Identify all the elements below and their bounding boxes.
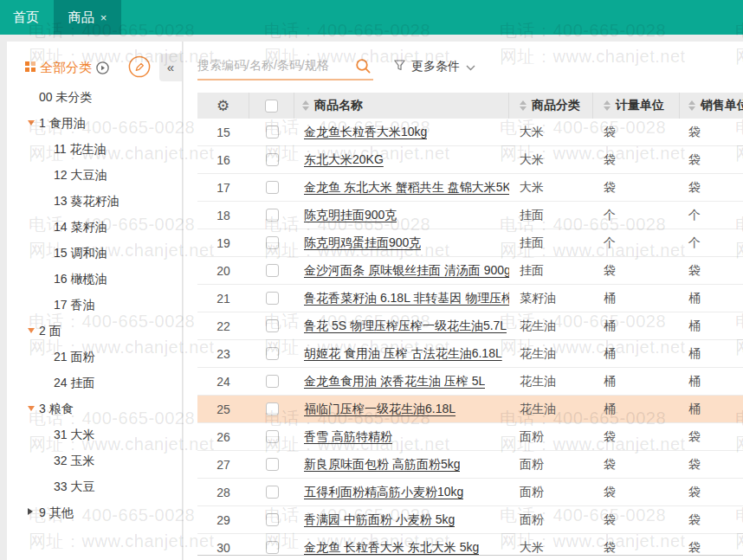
row-checkbox[interactable] — [266, 236, 279, 249]
sidebar-category-label: 14 菜籽油 — [54, 220, 107, 234]
row-checkbox[interactable] — [266, 292, 279, 305]
sidebar-category-label: 1 食用油 — [39, 116, 86, 130]
sidebar-category-item[interactable]: 1 食用油 — [7, 110, 182, 136]
product-name-link[interactable]: 金龙鱼 长粒香大米 东北大米 5kg — [304, 540, 479, 556]
sidebar-category-item[interactable]: 33 大豆 — [7, 473, 182, 499]
sidebar-category-item[interactable]: 32 玉米 — [7, 447, 182, 473]
select-all-cell — [249, 93, 294, 119]
sidebar-category-item[interactable]: 14 菜籽油 — [7, 214, 182, 240]
product-name-link[interactable]: 陈克明挂面900克 — [304, 208, 397, 223]
tree-expander-icon[interactable] — [28, 328, 35, 333]
sidebar-category-item[interactable]: 9 其他 — [7, 499, 182, 525]
sidebar-category-item[interactable]: 11 花生油 — [7, 136, 182, 162]
category-tree: 00 未分类 1 食用油 11 花生油 12 大豆油 13 葵花籽油 14 菜籽… — [7, 84, 182, 525]
row-checkbox[interactable] — [266, 264, 279, 277]
product-name-link[interactable]: 香雪 高筋特精粉 — [304, 429, 392, 445]
sidebar-category-item[interactable]: 13 葵花籽油 — [7, 188, 182, 214]
product-sale-unit: 个 — [680, 202, 743, 229]
tree-expander-icon[interactable] — [28, 508, 33, 515]
more-filters-button[interactable]: 更多条件 — [394, 53, 475, 80]
product-sale-unit: 袋 — [680, 146, 743, 173]
sidebar-category-item[interactable]: 24 挂面 — [7, 370, 182, 396]
edit-category-button[interactable] — [128, 55, 151, 78]
header-product-category[interactable]: 商品分类 — [509, 93, 593, 119]
product-name-link[interactable]: 鲁花 5S 物理压榨压榨一级花生油5.7L — [304, 319, 507, 334]
row-checkbox[interactable] — [266, 458, 279, 471]
product-category: 花生油 — [509, 312, 593, 339]
row-checkbox-cell — [249, 396, 294, 422]
row-checkbox[interactable] — [266, 347, 279, 360]
sidebar-category-item[interactable]: 31 大米 — [7, 422, 182, 447]
horizontal-scroll-track[interactable] — [197, 555, 743, 560]
row-checkbox[interactable] — [266, 513, 279, 526]
search-icon[interactable] — [355, 58, 372, 78]
row-checkbox[interactable] — [266, 375, 279, 388]
tree-expander-icon[interactable] — [28, 120, 35, 126]
sidebar-category-item[interactable]: 00 未分类 — [7, 84, 182, 110]
product-unit: 桶 — [593, 340, 680, 367]
sidebar-category-item[interactable]: 16 橄榄油 — [7, 266, 182, 292]
sidebar-category-label: 17 香油 — [54, 298, 94, 312]
table-row: 27 新良原味面包粉 高筋面粉5kg 面粉 袋 袋 — [197, 451, 743, 479]
product-unit: 桶 — [593, 312, 680, 339]
product-name-link[interactable]: 福临门压榨一级花生油6.18L — [304, 402, 455, 417]
collapse-sidebar-button[interactable]: « — [159, 54, 182, 81]
sidebar-category-item[interactable]: 21 面粉 — [7, 344, 182, 370]
row-checkbox[interactable] — [266, 153, 279, 166]
tree-expander-icon[interactable] — [28, 406, 35, 411]
product-name-link[interactable]: 金龙鱼食用油 浓香花生油 压榨 5L — [304, 374, 485, 389]
product-name-link[interactable]: 金沙河面条 原味银丝挂面 清汤面 900g — [304, 263, 509, 279]
tab-home[interactable]: 首页 — [13, 0, 39, 35]
row-checkbox[interactable] — [266, 319, 279, 332]
search-input[interactable] — [197, 53, 350, 77]
table-row: 18 陈克明挂面900克 挂面 个 个 — [197, 202, 743, 229]
sidebar-category-label: 33 大豆 — [54, 480, 94, 493]
table-row: 26 香雪 高筋特精粉 面粉 袋 袋 — [197, 423, 743, 451]
row-checkbox[interactable] — [266, 541, 279, 554]
row-checkbox-cell — [249, 146, 294, 173]
header-unit[interactable]: 计量单位 — [593, 93, 680, 119]
gear-icon[interactable]: ⚙ — [216, 99, 229, 113]
row-checkbox[interactable] — [266, 430, 279, 443]
product-name-link[interactable]: 金龙鱼长粒香大米10kg — [304, 125, 427, 140]
product-category: 面粉 — [509, 451, 593, 478]
tab-products[interactable]: 商品 × — [54, 0, 121, 35]
table-row: 17 金龙鱼 东北大米 蟹稻共生 盘锦大米5KG 大米 袋 袋 — [197, 174, 743, 202]
row-checkbox-cell — [249, 119, 294, 145]
product-unit: 个 — [593, 202, 680, 229]
sidebar-category-item[interactable]: 12 大豆油 — [7, 162, 182, 188]
sidebar-category-item[interactable]: 15 调和油 — [7, 240, 182, 266]
row-checkbox[interactable] — [266, 209, 279, 222]
product-name-link[interactable]: 东北大米20KG — [304, 152, 384, 168]
row-checkbox[interactable] — [266, 402, 279, 415]
sidebar-category-item[interactable]: 17 香油 — [7, 292, 182, 318]
row-checkbox[interactable] — [266, 126, 279, 138]
row-checkbox-cell — [249, 229, 294, 256]
table-row: 19 陈克明鸡蛋挂面900克 挂面 个 个 — [197, 229, 743, 257]
product-name-link[interactable]: 鲁花香菜籽油 6.18L 非转基因 物理压榨 — [304, 291, 509, 306]
product-category: 花生油 — [509, 340, 593, 367]
product-name-link[interactable]: 香满园 中筋面粉 小麦粉 5kg — [304, 512, 455, 528]
product-name-link[interactable]: 新良原味面包粉 高筋面粉5kg — [304, 457, 460, 473]
product-sale-unit: 袋 — [680, 423, 743, 450]
product-name-link[interactable]: 五得利面粉精高筋小麦粉10kg — [304, 485, 463, 500]
header-product-name[interactable]: 商品名称 — [294, 93, 509, 119]
product-name-link[interactable]: 陈克明鸡蛋挂面900克 — [304, 235, 421, 251]
product-sale-unit: 桶 — [680, 312, 743, 339]
header-sale-unit[interactable]: 销售单位 — [680, 93, 743, 119]
product-unit: 袋 — [593, 146, 680, 173]
table-row: 22 鲁花 5S 物理压榨压榨一级花生油5.7L 花生油 桶 桶 — [197, 312, 743, 340]
select-all-checkbox[interactable] — [265, 100, 278, 113]
sidebar-category-item[interactable]: 3 粮食 — [7, 396, 182, 422]
product-category: 大米 — [509, 119, 593, 145]
product-name-link[interactable]: 胡姬花 食用油 压榨 古法花生油6.18L — [304, 346, 502, 362]
all-categories-label[interactable]: 全部分类 — [40, 60, 92, 76]
row-checkbox[interactable] — [266, 486, 279, 499]
product-unit: 袋 — [593, 257, 680, 284]
row-checkbox[interactable] — [266, 181, 279, 194]
play-circle-icon[interactable] — [96, 61, 109, 74]
product-name-link[interactable]: 金龙鱼 东北大米 蟹稻共生 盘锦大米5KG — [304, 180, 509, 196]
close-icon[interactable]: × — [100, 12, 107, 23]
sidebar-category-item[interactable]: 2 面 — [7, 318, 182, 344]
product-unit: 袋 — [593, 451, 680, 478]
